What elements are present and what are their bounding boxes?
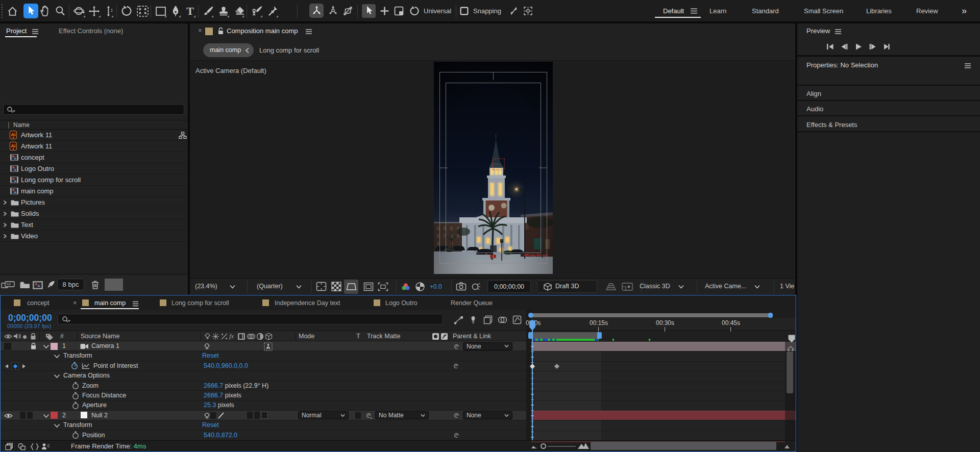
svg-text:T: T (186, 5, 194, 17)
svg-text:Ai: Ai (11, 132, 16, 137)
svg-text:Ai: Ai (11, 143, 16, 148)
